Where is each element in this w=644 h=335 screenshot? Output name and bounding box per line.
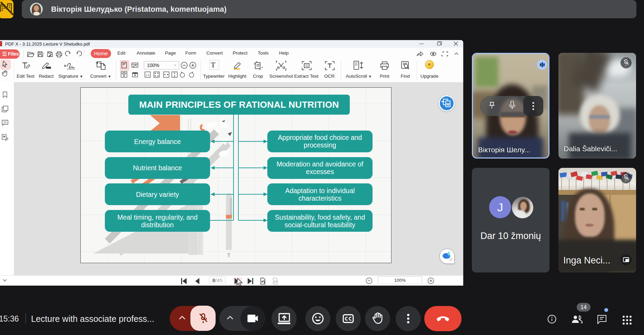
svg-text:1:1: 1:1 [146,74,150,77]
svg-text:W: W [446,103,450,106]
